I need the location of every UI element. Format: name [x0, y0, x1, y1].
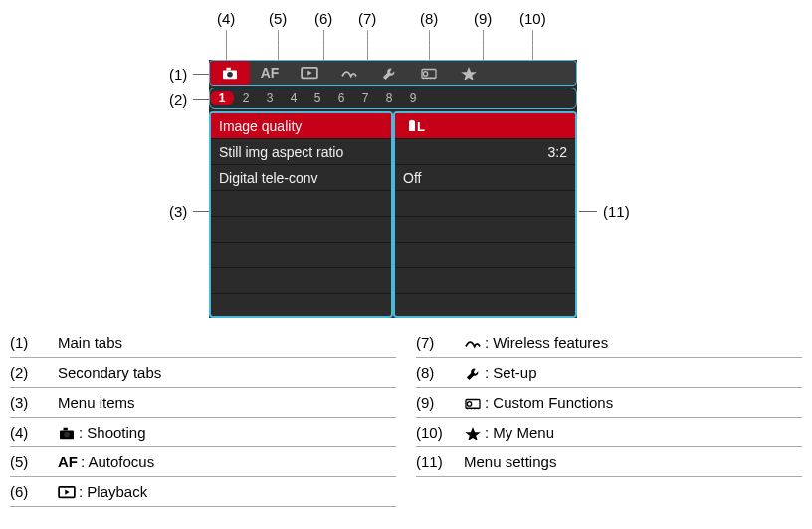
legend-row: (7): Wireless features: [416, 328, 802, 358]
tab-playback[interactable]: [290, 61, 329, 85]
tab-mymenu[interactable]: [449, 61, 489, 85]
menu-body: Image quality Still img aspect ratio Dig…: [209, 111, 577, 318]
legend-num: (6): [10, 483, 58, 500]
callout-9: (9): [474, 10, 492, 27]
legend-num: (3): [10, 394, 58, 411]
legend-text: : Wireless features: [464, 334, 608, 351]
camera-icon: [221, 66, 239, 80]
custom-icon: [420, 66, 438, 80]
menu-value-label: 3:2: [548, 144, 567, 160]
menu-value-aspect-ratio[interactable]: 3:2: [395, 139, 575, 165]
legend-text: : Playback: [58, 483, 147, 500]
legend-row: (6): Playback: [10, 477, 396, 507]
star-icon: [464, 426, 482, 440]
callout-11: (11): [579, 203, 630, 220]
sec-tab-1[interactable]: 1: [210, 91, 234, 105]
tab-custom[interactable]: [409, 61, 449, 85]
legend-text: AF: Autofocus: [58, 453, 154, 470]
legend-num: (11): [416, 453, 464, 470]
legend-row: (3)Menu items: [10, 388, 396, 418]
legend-row: (8): Set-up: [416, 358, 802, 388]
camera-icon: [58, 426, 76, 440]
menu-value-empty: [395, 243, 575, 268]
tab-shooting[interactable]: [210, 61, 250, 85]
legend-col-left: (1)Main tabs (2)Secondary tabs (3)Menu i…: [10, 328, 396, 507]
legend-row: (4): Shooting: [10, 418, 396, 447]
sec-tab-9[interactable]: 9: [401, 91, 425, 105]
legend-row: (2)Secondary tabs: [10, 358, 396, 388]
legend-text: : My Menu: [464, 424, 554, 441]
camera-menu-screen: AF 1 2 3 4 5 6 7 8 9 Image quality Still…: [209, 60, 577, 318]
wireless-icon: [340, 66, 358, 80]
legend-text: Menu settings: [464, 453, 556, 470]
legend-row: (5)AF: Autofocus: [10, 447, 396, 477]
legend-row: (10): My Menu: [416, 418, 802, 447]
menu-value-empty: [395, 294, 575, 318]
callout-8: (8): [420, 10, 438, 27]
tab-af[interactable]: AF: [250, 61, 290, 85]
sec-tab-7[interactable]: 7: [353, 91, 377, 105]
callout-3: (3): [169, 203, 213, 220]
legend-num: (5): [10, 453, 58, 470]
menu-item-tele-conv[interactable]: Digital tele-conv: [211, 165, 391, 191]
menu-value-tele-conv[interactable]: Off: [395, 165, 575, 191]
wireless-icon: [464, 336, 482, 350]
legend-num: (1): [10, 334, 58, 351]
legend-row: (1)Main tabs: [10, 328, 396, 358]
menu-value-label: Off: [403, 170, 421, 186]
callout-10: (10): [519, 10, 546, 27]
menu-item-label: Still img aspect ratio: [219, 144, 343, 160]
menu-settings-column: 3:2 Off: [393, 111, 577, 318]
sec-tab-5[interactable]: 5: [305, 91, 329, 105]
sec-tab-2[interactable]: 2: [234, 91, 258, 105]
menu-item-label: Digital tele-conv: [219, 170, 318, 186]
sec-tab-3[interactable]: 3: [258, 91, 282, 105]
tab-wireless[interactable]: [329, 61, 369, 85]
callout-7: (7): [358, 10, 376, 27]
menu-value-empty: [395, 191, 575, 217]
main-tabs-bar: AF: [209, 60, 577, 86]
legend-num: (4): [10, 424, 58, 441]
legend-num: (8): [416, 364, 464, 381]
play-icon: [301, 66, 318, 80]
menu-items-column: Image quality Still img aspect ratio Dig…: [209, 111, 393, 318]
legend-text: Menu items: [58, 394, 135, 411]
menu-item-empty: [211, 217, 391, 243]
legend-table: (1)Main tabs (2)Secondary tabs (3)Menu i…: [10, 328, 802, 507]
play-icon: [58, 485, 76, 499]
legend-num: (9): [416, 394, 464, 411]
menu-item-empty: [211, 294, 391, 318]
legend-num: (2): [10, 364, 58, 381]
legend-col-right: (7): Wireless features (8): Set-up (9): …: [416, 328, 802, 507]
callout-1: (1): [169, 66, 213, 83]
sec-tab-4[interactable]: 4: [282, 91, 305, 105]
custom-icon: [464, 396, 482, 410]
menu-value-image-quality[interactable]: [395, 113, 575, 139]
callout-6: (6): [314, 10, 332, 27]
menu-item-empty: [211, 191, 391, 217]
star-icon: [460, 66, 478, 80]
tab-af-label: AF: [261, 65, 280, 81]
legend-text: Secondary tabs: [58, 364, 161, 381]
wrench-icon: [380, 66, 398, 80]
menu-item-image-quality[interactable]: Image quality: [211, 113, 391, 139]
wrench-icon: [464, 366, 482, 380]
callout-5: (5): [269, 10, 287, 27]
menu-item-empty: [211, 243, 391, 268]
sec-tab-8[interactable]: 8: [377, 91, 401, 105]
menu-item-aspect-ratio[interactable]: Still img aspect ratio: [211, 139, 391, 165]
tab-setup[interactable]: [369, 61, 409, 85]
legend-row: (11)Menu settings: [416, 447, 802, 477]
menu-value-empty: [395, 217, 575, 243]
legend-row: (9): Custom Functions: [416, 388, 802, 418]
legend-af-label: AF: [58, 453, 78, 470]
legend-num: (10): [416, 424, 464, 441]
legend-text: : Set-up: [464, 364, 537, 381]
callout-4: (4): [217, 10, 235, 27]
menu-item-empty: [211, 268, 391, 294]
menu-item-label: Image quality: [219, 118, 302, 134]
quality-l-icon: [403, 118, 431, 134]
legend-num: (7): [416, 334, 464, 351]
callout-2: (2): [169, 91, 213, 108]
sec-tab-6[interactable]: 6: [329, 91, 353, 105]
